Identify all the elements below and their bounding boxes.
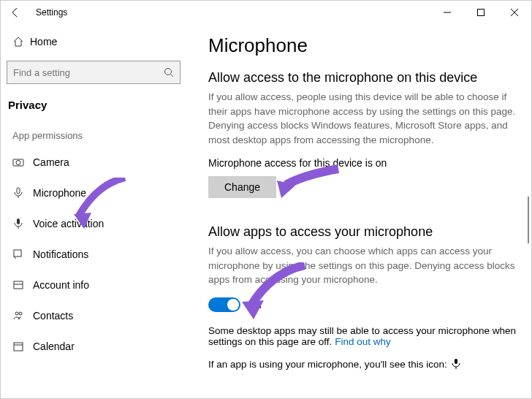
sidebar-item-contacts[interactable]: Contacts bbox=[1, 300, 191, 331]
close-button[interactable] bbox=[498, 1, 531, 24]
close-icon bbox=[511, 9, 518, 16]
window-title: Settings bbox=[36, 7, 67, 18]
svg-point-5 bbox=[16, 161, 20, 165]
in-use-note: If an app is using your microphone, you'… bbox=[208, 359, 517, 370]
sidebar: Home Privacy App permissions Camera Micr… bbox=[1, 24, 191, 399]
page-title: Microphone bbox=[208, 34, 517, 57]
svg-rect-1 bbox=[478, 10, 484, 16]
sidebar-item-label: Camera bbox=[33, 156, 69, 168]
svg-rect-7 bbox=[17, 218, 20, 224]
sidebar-item-label: Microphone bbox=[33, 187, 86, 199]
microphone-indicator-icon bbox=[452, 359, 460, 369]
svg-rect-9 bbox=[14, 281, 23, 289]
svg-point-12 bbox=[19, 312, 22, 315]
sidebar-item-label: Account info bbox=[33, 279, 89, 291]
allow-apps-desc: If you allow access, you can choose whic… bbox=[208, 244, 517, 287]
notifications-icon bbox=[12, 248, 33, 260]
minimize-button[interactable] bbox=[430, 1, 464, 24]
change-button[interactable]: Change bbox=[208, 176, 276, 198]
maximize-button[interactable] bbox=[464, 1, 498, 24]
main-content: Microphone Allow access to the microphon… bbox=[191, 24, 531, 399]
apps-access-toggle[interactable] bbox=[208, 297, 240, 312]
search-input[interactable] bbox=[13, 67, 164, 78]
minimize-icon bbox=[444, 9, 451, 16]
contacts-icon bbox=[12, 310, 33, 322]
toggle-knob bbox=[227, 299, 239, 311]
microphone-icon bbox=[12, 187, 33, 199]
desktop-apps-note: Some desktop apps may still be able to a… bbox=[208, 325, 517, 347]
titlebar: Settings bbox=[1, 1, 531, 24]
allow-device-desc: If you allow access, people using this d… bbox=[208, 90, 517, 147]
sidebar-item-label: Calendar bbox=[33, 341, 75, 352]
back-button[interactable] bbox=[7, 7, 24, 18]
home-label: Home bbox=[30, 36, 57, 48]
maximize-icon bbox=[477, 9, 484, 16]
home-nav[interactable]: Home bbox=[1, 27, 191, 56]
allow-device-heading: Allow access to the microphone on this d… bbox=[208, 70, 517, 86]
sidebar-item-label: Voice activation bbox=[33, 218, 104, 229]
toggle-state-label: On bbox=[248, 299, 262, 311]
sidebar-item-microphone[interactable]: Microphone bbox=[1, 178, 191, 208]
home-icon bbox=[12, 36, 30, 48]
account-icon bbox=[12, 279, 33, 291]
device-status: Microphone access for this device is on bbox=[208, 157, 517, 169]
sidebar-item-account-info[interactable]: Account info bbox=[1, 270, 191, 300]
find-out-why-link[interactable]: Find out why bbox=[335, 336, 391, 347]
camera-icon bbox=[12, 156, 33, 168]
svg-rect-15 bbox=[455, 359, 457, 364]
svg-point-11 bbox=[15, 312, 18, 315]
sidebar-item-camera[interactable]: Camera bbox=[1, 147, 191, 178]
sidebar-item-notifications[interactable]: Notifications bbox=[1, 239, 191, 270]
arrow-left-icon bbox=[10, 7, 21, 18]
allow-apps-heading: Allow apps to access your microphone bbox=[208, 224, 517, 240]
voice-icon bbox=[12, 218, 33, 229]
calendar-icon bbox=[12, 341, 33, 352]
privacy-heading: Privacy bbox=[1, 91, 191, 115]
sidebar-item-voice-activation[interactable]: Voice activation bbox=[1, 208, 191, 239]
svg-rect-13 bbox=[14, 343, 23, 351]
sidebar-item-label: Notifications bbox=[33, 248, 88, 260]
sidebar-item-calendar[interactable]: Calendar bbox=[1, 331, 191, 362]
search-box[interactable] bbox=[7, 61, 180, 84]
svg-rect-8 bbox=[14, 250, 21, 256]
sidebar-item-label: Contacts bbox=[33, 310, 73, 322]
svg-line-3 bbox=[171, 75, 174, 77]
svg-rect-6 bbox=[17, 188, 20, 194]
app-permissions-heading: App permissions bbox=[1, 115, 191, 142]
scrollbar-thumb[interactable] bbox=[528, 197, 529, 243]
svg-point-2 bbox=[165, 69, 172, 75]
search-icon bbox=[164, 67, 174, 77]
